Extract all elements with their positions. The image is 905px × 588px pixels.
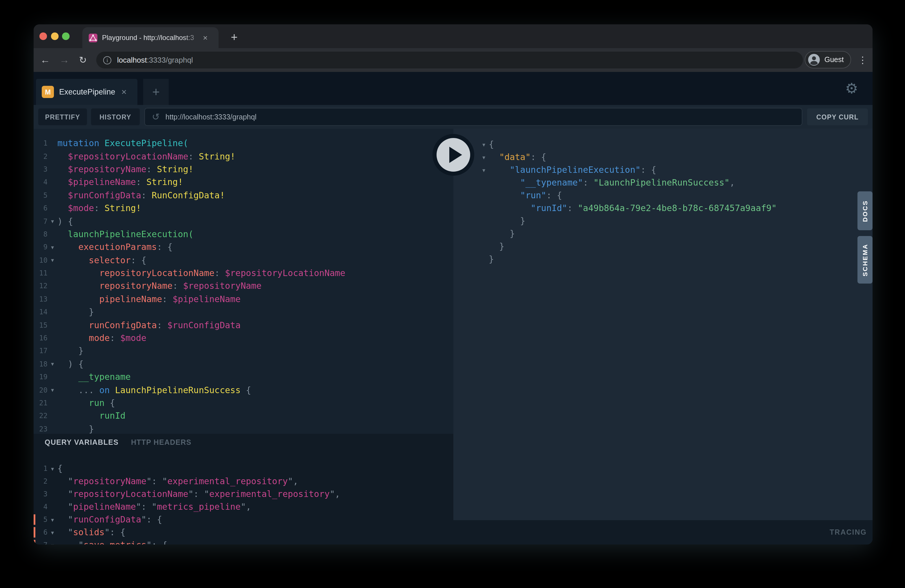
browser-tabstrip: Playground - http://localhost:3 × + [33,24,873,48]
tab-close-icon[interactable]: × [203,33,208,42]
docs-side-tab[interactable]: DOCS [857,191,873,230]
session-tab-executepipeline[interactable]: M ExecutePipeline ✕ [36,79,137,105]
address-bar[interactable]: i localhost:3333/graphql [96,52,803,68]
screenshot-stage: Playground - http://localhost:3 × + ← → … [0,0,905,588]
url-host: localhost [117,56,147,64]
fold-toggle-icon[interactable]: ▾ [48,361,57,367]
code-text: $mode: String! [57,203,141,213]
code-line: 7▾) { [33,215,453,228]
minimize-window-button[interactable] [51,32,58,40]
copy-curl-button[interactable]: COPY CURL [807,108,868,125]
line-number: 9 [33,243,48,251]
code-line: ▾ "launchPipelineExecution": { [479,164,873,176]
fold-toggle-icon[interactable]: ▾ [48,387,57,393]
change-marker [33,489,35,499]
code-text: executionParams: { [57,242,173,253]
tab-http-headers[interactable]: HTTP HEADERS [131,439,191,447]
code-text: mode: $mode [57,333,146,343]
code-line: 4 "pipelineName": "metrics_pipeline", [33,501,453,513]
code-line: 5▾ "runConfigData": { [33,513,453,526]
variables-code[interactable]: 1▾{2 "repositoryName": "experimental_rep… [33,462,453,545]
forward-icon[interactable]: → [56,48,73,72]
query-code: 1mutation ExecutePipeline(2 $repositoryL… [33,137,453,434]
tab-query-variables[interactable]: QUERY VARIABLES [44,439,119,447]
response-footer: TRACING [453,520,873,545]
code-text: ... on LaunchPipelineRunSuccess { [57,385,251,395]
profile-button[interactable]: Guest [805,51,851,68]
site-info-icon[interactable]: i [103,56,111,64]
line-number: 7 [33,217,48,225]
session-close-icon[interactable]: ✕ [121,88,127,96]
profile-label: Guest [824,56,844,64]
code-line: 22 runId [33,409,453,423]
schema-side-tab[interactable]: SCHEMA [857,236,873,284]
code-text: "repositoryName": "experimental_reposito… [57,476,298,486]
line-number: 10 [33,256,48,264]
query-editor[interactable]: 1mutation ExecutePipeline(2 $repositoryL… [33,129,453,434]
code-text: "runConfigData": { [57,514,162,525]
fold-toggle-icon[interactable]: ▾ [479,154,489,161]
code-line: } [479,227,873,240]
code-line: 3 $repositoryName: String! [33,163,453,176]
new-tab-button[interactable]: + [226,29,242,45]
fold-toggle-icon[interactable]: ▾ [48,542,57,545]
code-line: 2 "repositoryName": "experimental_reposi… [33,475,453,488]
fold-toggle-icon[interactable]: ▾ [48,466,57,472]
endpoint-input[interactable]: ↺ http://localhost:3333/graphql [144,108,802,126]
fold-toggle-icon[interactable]: ▾ [48,218,57,224]
code-text: } [57,424,94,434]
browser-window: Playground - http://localhost:3 × + ← → … [33,24,873,545]
change-marker [33,527,35,537]
line-number: 3 [33,490,48,498]
change-marker [33,540,35,545]
code-text: } [489,229,515,239]
code-line: 1▾{ [33,462,453,475]
fold-toggle-icon[interactable]: ▾ [48,529,57,536]
response-pane: ▾{▾ "data": {▾ "launchPipelineExecution"… [453,129,873,520]
line-number: 8 [33,230,48,238]
fold-toggle-icon[interactable]: ▾ [479,141,489,148]
query-variables-panel: QUERY VARIABLES HTTP HEADERS 1▾{2 "repos… [33,434,453,545]
fold-toggle-icon[interactable]: ▾ [48,257,57,263]
reload-icon[interactable]: ↻ [75,48,91,72]
change-marker [33,463,35,474]
endpoint-history-icon[interactable]: ↺ [152,111,160,122]
line-number: 5 [33,191,48,199]
fold-toggle-icon[interactable]: ▾ [48,516,57,523]
code-text: $repositoryName: String! [57,164,194,175]
line-number: 5 [33,515,48,524]
code-line: 7▾ "save_metrics": { [33,539,453,545]
docs-label: DOCS [862,200,868,222]
code-line: 3 "repositoryLocationName": "experimenta… [33,488,453,501]
line-number: 2 [33,477,48,485]
code-line: 23 } [33,423,453,434]
zoom-window-button[interactable] [62,32,69,40]
line-number: 14 [33,308,48,316]
code-line: 14 } [33,305,453,319]
new-session-button[interactable]: + [143,79,169,105]
code-line: 2 $repositoryLocationName: String! [33,150,453,163]
line-number: 15 [33,321,48,329]
prettify-button[interactable]: PRETTIFY [38,108,87,125]
browser-tab-title: Playground - http://localhost:3 [102,33,202,42]
browser-menu-icon[interactable]: ⋮ [854,48,871,72]
settings-gear-icon[interactable]: ⚙ [841,75,862,101]
browser-tab[interactable]: Playground - http://localhost:3 × [83,27,219,48]
tracing-toggle[interactable]: TRACING [830,520,867,545]
schema-label: SCHEMA [862,243,868,276]
fold-toggle-icon[interactable]: ▾ [48,244,57,251]
code-text: mutation ExecutePipeline( [57,138,189,148]
code-line: 21 run { [33,397,453,410]
browser-toolbar: ← → ↻ i localhost:3333/graphql Guest ⋮ [33,48,873,72]
code-text: "data": { [489,152,546,162]
execute-button[interactable] [432,133,475,176]
back-icon[interactable]: ← [37,48,53,72]
close-window-button[interactable] [40,32,47,40]
code-text: } [489,241,504,252]
code-line: 19 __typename [33,370,453,384]
code-text: "__typename": "LaunchPipelineRunSuccess"… [489,178,735,188]
fold-toggle-icon[interactable]: ▾ [479,167,489,173]
history-button[interactable]: HISTORY [91,108,140,125]
endpoint-url: http://localhost:3333/graphql [165,113,257,121]
code-text: __typename [57,372,131,382]
